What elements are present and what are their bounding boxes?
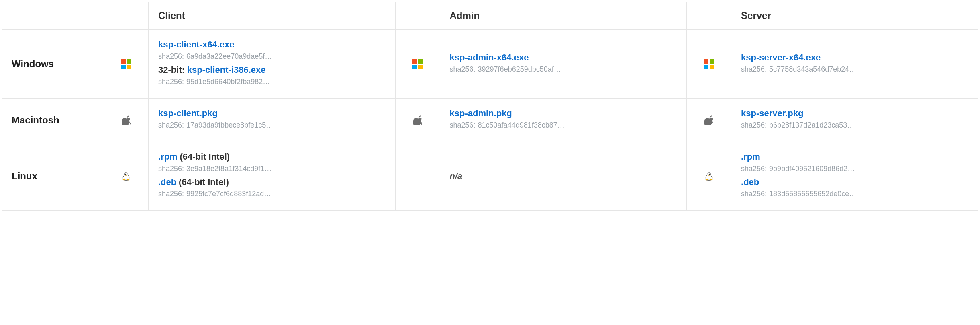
sha-mac-admin: sha256:81c50afa44d981f38cb87…: [450, 121, 677, 130]
arch-suffix: (64-bit Intel): [179, 177, 229, 187]
windows-icon: [121, 59, 131, 69]
header-client: Client: [148, 2, 395, 30]
header-admin: Admin: [440, 2, 687, 30]
link-linux-server-deb[interactable]: .deb: [741, 177, 759, 187]
link-linux-server-rpm[interactable]: .rpm: [741, 152, 760, 162]
icon-cell-windows-server: [687, 30, 731, 99]
sha-value: 6a9da3a22ee70a9dae5f…: [186, 52, 272, 60]
svg-point-2: [127, 174, 127, 175]
icon-cell-linux-server: [687, 142, 731, 211]
sha-value: 3e9a18e2f8a1f314cd9f1…: [186, 165, 272, 173]
header-server: Server: [731, 2, 978, 30]
label-32bit: 32-bit:: [158, 65, 185, 75]
sha-value: 81c50afa44d981f38cb87…: [478, 121, 565, 129]
linux-icon: [704, 171, 714, 182]
os-label-mac: Macintosh: [2, 99, 104, 142]
link-mac-server[interactable]: ksp-server.pkg: [741, 108, 803, 118]
svg-point-5: [709, 174, 710, 175]
sha-linux-client-deb: sha256:9925fc7e7cf6d883f12ad…: [158, 190, 386, 198]
sha-prefix: sha256:: [158, 190, 184, 198]
link-windows-server-x64[interactable]: ksp-server-x64.exe: [741, 52, 821, 62]
windows-icon: [412, 59, 423, 69]
sha-windows-client-x64: sha256:6a9da3a22ee70a9dae5f…: [158, 52, 386, 61]
svg-point-1: [125, 174, 126, 175]
sha-prefix: sha256:: [741, 65, 767, 73]
arch-suffix: (64-bit Intel): [180, 152, 230, 162]
sha-linux-client-rpm: sha256:3e9a18e2f8a1f314cd9f1…: [158, 165, 386, 173]
apple-icon: [704, 115, 713, 125]
svg-point-4: [708, 174, 708, 175]
sha-prefix: sha256:: [158, 121, 184, 129]
sha-prefix: sha256:: [450, 121, 476, 129]
cell-windows-admin: ksp-admin-x64.exe sha256:39297f6eb6259db…: [440, 30, 687, 99]
downloads-table: Client Admin Server Windows ksp-client-x…: [2, 2, 978, 211]
link-mac-client[interactable]: ksp-client.pkg: [158, 108, 218, 118]
link-linux-client-deb[interactable]: .deb: [158, 177, 176, 187]
linux-admin-na: n/a: [450, 171, 463, 181]
sha-prefix: sha256:: [741, 190, 767, 198]
icon-cell-linux-client: [104, 142, 149, 211]
windows-icon: [704, 59, 714, 69]
sha-value: 17a93da9fbbece8bfe1c5…: [186, 121, 273, 129]
sha-prefix: sha256:: [158, 52, 184, 60]
link-windows-client-i386[interactable]: ksp-client-i386.exe: [187, 65, 266, 75]
sha-mac-server: sha256:b6b28f137d2a1d23ca53…: [741, 121, 968, 130]
sha-value: 95d1e5d6640bf2fba982…: [186, 78, 270, 86]
linux-icon: [121, 171, 131, 182]
sha-windows-client-i386: sha256:95d1e5d6640bf2fba982…: [158, 78, 386, 86]
sha-mac-client: sha256:17a93da9fbbece8bfe1c5…: [158, 121, 386, 130]
icon-cell-mac-server: [687, 99, 731, 142]
sha-value: 183d55856655652de0ce…: [769, 190, 856, 198]
cell-linux-server: .rpm sha256:9b9bdf409521609d86d2… .deb s…: [731, 142, 978, 211]
sha-prefix: sha256:: [741, 165, 767, 173]
cell-linux-admin: n/a: [440, 142, 687, 211]
cell-windows-server: ksp-server-x64.exe sha256:5c7758d343a546…: [731, 30, 978, 99]
cell-mac-admin: ksp-admin.pkg sha256:81c50afa44d981f38cb…: [440, 99, 687, 142]
header-empty-os: [2, 2, 104, 30]
row-windows: Windows ksp-client-x64.exe sha256:6a9da3…: [2, 30, 978, 99]
sha-prefix: sha256:: [158, 78, 184, 86]
link-windows-admin-x64[interactable]: ksp-admin-x64.exe: [450, 52, 529, 62]
header-empty-icon-2: [395, 2, 440, 30]
sha-value: b6b28f137d2a1d23ca53…: [769, 121, 854, 129]
icon-cell-windows-admin: [395, 30, 440, 99]
icon-cell-mac-admin: [395, 99, 440, 142]
link-windows-client-x64[interactable]: ksp-client-x64.exe: [158, 39, 235, 49]
cell-windows-client: ksp-client-x64.exe sha256:6a9da3a22ee70a…: [148, 30, 395, 99]
sha-value: 5c7758d343a546d7eb24…: [769, 65, 856, 73]
sha-linux-server-deb: sha256:183d55856655652de0ce…: [741, 190, 968, 198]
sha-windows-server: sha256:5c7758d343a546d7eb24…: [741, 65, 968, 74]
sha-windows-admin: sha256:39297f6eb6259dbc50af…: [450, 65, 677, 74]
row-linux: Linux .rpm (64-bit Intel) sha256:3e9a18e…: [2, 142, 978, 211]
sha-prefix: sha256:: [158, 165, 184, 173]
apple-icon: [122, 115, 131, 125]
cell-mac-client: ksp-client.pkg sha256:17a93da9fbbece8bfe…: [148, 99, 395, 142]
icon-cell-mac-client: [104, 99, 149, 142]
sha-value: 9b9bdf409521609d86d2…: [769, 165, 855, 173]
header-empty-icon-3: [687, 2, 731, 30]
sha-value: 9925fc7e7cf6d883f12ad…: [186, 190, 271, 198]
icon-cell-linux-admin: [395, 142, 440, 211]
row-mac: Macintosh ksp-client.pkg sha256:17a93da9…: [2, 99, 978, 142]
os-label-windows: Windows: [2, 30, 104, 99]
os-label-linux: Linux: [2, 142, 104, 211]
header-row: Client Admin Server: [2, 2, 978, 30]
icon-cell-windows-client: [104, 30, 149, 99]
cell-mac-server: ksp-server.pkg sha256:b6b28f137d2a1d23ca…: [731, 99, 978, 142]
link-mac-admin[interactable]: ksp-admin.pkg: [450, 108, 512, 118]
sha-linux-server-rpm: sha256:9b9bdf409521609d86d2…: [741, 165, 968, 173]
sha-prefix: sha256:: [741, 121, 767, 129]
sha-value: 39297f6eb6259dbc50af…: [478, 65, 561, 73]
cell-linux-client: .rpm (64-bit Intel) sha256:3e9a18e2f8a1f…: [148, 142, 395, 211]
link-linux-client-rpm[interactable]: .rpm: [158, 152, 178, 162]
header-empty-icon-1: [104, 2, 149, 30]
apple-icon: [413, 115, 422, 125]
sha-prefix: sha256:: [450, 65, 476, 73]
